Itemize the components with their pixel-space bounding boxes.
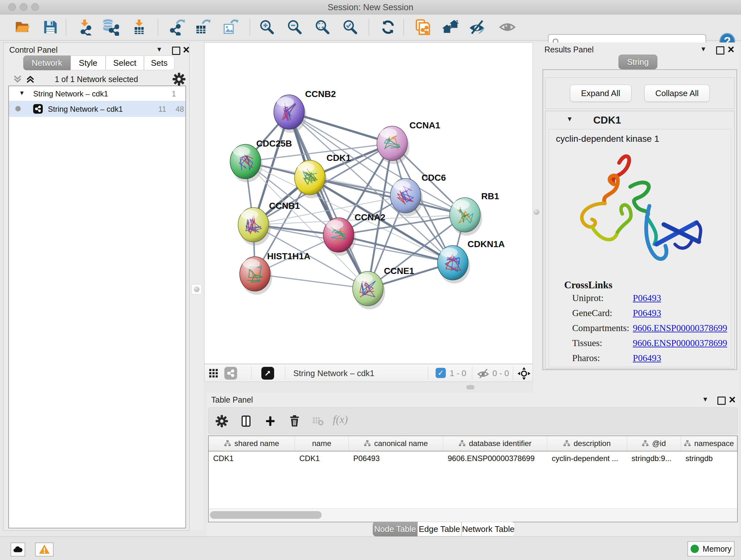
refresh-icon[interactable] [379,18,397,36]
warnings-button[interactable] [35,543,54,557]
table-panel-collapse-icon[interactable]: ▾ [703,395,707,403]
scrollbar-thumb[interactable] [210,511,322,519]
edge-HIST1H1A-CCNE1[interactable] [255,274,368,289]
copy-icon[interactable] [413,18,431,36]
crosslink-link[interactable]: P06493 [633,308,661,318]
tab-network-table[interactable]: Network Table [461,522,515,537]
delete-column-trash-icon[interactable] [286,412,304,430]
crosslink-link[interactable]: P06493 [633,353,661,363]
results-panel-collapse-icon[interactable]: ▾ [701,45,705,53]
table-row[interactable]: CDK1CDK1P064939606.ENSP00000378699cyclin… [209,451,737,466]
hide-selected-eye-slash-icon[interactable] [468,18,486,36]
detach-view-icon[interactable] [261,367,274,380]
network-node-CDC25B[interactable] [230,144,261,179]
zoom-out-icon[interactable] [286,18,304,36]
network-collection-row[interactable]: ▾ String Network – cdk1 1 [9,86,185,101]
column-header-description[interactable]: description [547,436,627,451]
memory-button[interactable]: Memory [687,541,735,557]
results-panel-float-icon[interactable] [716,46,724,55]
crosslink-link[interactable]: 9606.ENSP00000378699 [633,338,727,348]
network-node-CCNB1[interactable] [238,207,269,242]
table-cell[interactable]: CDK1 [209,451,295,466]
network-node-CDK1[interactable] [294,160,325,195]
tab-string[interactable]: String [618,55,657,69]
column-header-shared-name[interactable]: shared name [209,436,295,451]
string-network-graph[interactable]: CCNB2CCNA1CDC25BCDK1CDC6RB1CCNB1CCNA2CDK… [205,43,533,364]
create-column-plus-icon[interactable] [261,412,279,430]
bottom-splitter[interactable] [204,382,533,393]
delete-table-icon[interactable] [309,412,327,430]
column-header-database-identifier[interactable]: database identifier [443,436,547,451]
column-header-namespace[interactable]: namespace [681,436,737,451]
birds-eye-view-icon[interactable] [517,367,531,381]
expand-all-button[interactable]: Expand All [570,84,631,102]
table-cell[interactable]: stringdb:9... [627,451,681,466]
zoom-selected-icon[interactable] [341,18,359,36]
network-node-CCNB2[interactable] [274,95,305,129]
table-options-gear-icon[interactable] [213,412,231,430]
network-row[interactable]: String Network – cdk1 11 48 [9,101,185,117]
network-node-CDKN1A[interactable] [437,246,468,280]
tab-node-table[interactable]: Node Table [373,522,417,537]
column-header-name[interactable]: name [295,436,349,451]
network-options-gear-icon[interactable] [172,72,186,87]
table-cell[interactable]: P06493 [349,451,443,466]
table-horizontal-scrollbar[interactable] [209,508,737,521]
control-panel-float-icon[interactable] [172,47,180,55]
save-session-icon[interactable] [42,18,59,36]
import-table-from-file-icon[interactable] [130,18,148,36]
table-cell[interactable]: cyclin-dependent ... [547,451,627,466]
crosslink-link[interactable]: P06493 [633,293,661,303]
import-network-from-file-icon[interactable] [76,18,93,36]
zoom-in-icon[interactable] [258,18,276,36]
edge-CCNB2-CCNA1[interactable] [289,112,392,143]
control-panel-collapse-icon[interactable]: ▾ [157,45,161,53]
export-network-icon[interactable] [169,18,186,36]
right-splitter-handle[interactable] [534,209,539,215]
tab-style[interactable]: Style [71,56,106,70]
column-header-canonical-name[interactable]: canonical name [349,436,443,451]
network-canvas[interactable]: CCNB2CCNA1CDC25BCDK1CDC6RB1CCNB1CCNA2CDK… [204,43,533,364]
edge-CCNB2-CCNE1[interactable] [289,112,368,289]
table-cell[interactable]: stringdb [681,451,737,466]
show-all-eye-icon[interactable] [498,18,516,36]
network-node-RB1[interactable] [450,198,480,232]
cloud-status-button[interactable] [10,543,25,557]
hidden-eye-slash-icon[interactable] [476,367,490,381]
gene-expand-triangle-icon[interactable]: ▾ [568,115,571,123]
bottom-splitter-handle[interactable] [466,385,475,389]
gene-section-header[interactable]: ▾ CDK1 [545,111,734,129]
zoom-fit-content-icon[interactable] [313,18,331,36]
column-header--id[interactable]: @id [627,436,681,451]
table-panel-close-icon[interactable]: × [729,395,736,404]
import-network-from-database-icon[interactable] [102,18,119,36]
table-cell[interactable]: 9606.ENSP00000378699 [443,451,547,466]
network-node-CDC6[interactable] [390,179,421,213]
tab-sets[interactable]: Sets [144,56,175,70]
export-table-icon[interactable] [194,18,212,36]
network-node-CCNA1[interactable] [377,126,408,161]
left-splitter[interactable] [190,43,204,530]
results-panel-close-icon[interactable]: × [728,45,734,54]
tab-edge-table[interactable]: Edge Table [417,522,461,537]
right-splitter[interactable] [533,43,540,393]
collapse-all-button[interactable]: Collapse All [644,84,710,102]
network-share-view-icon[interactable] [224,367,237,380]
table-panel-float-icon[interactable] [718,396,726,405]
left-splitter-handle[interactable] [192,284,202,294]
control-panel-close-icon[interactable]: × [183,46,190,54]
network-node-CCNE1[interactable] [353,271,383,306]
export-image-icon[interactable] [221,18,239,36]
network-node-HIST1H1A[interactable] [240,257,270,291]
crosslink-link[interactable]: 9606.ENSP00000378699 [633,323,727,333]
show-columns-icon[interactable] [237,412,255,430]
first-neighbors-icon[interactable] [442,18,460,36]
network-node-CCNA2[interactable] [323,218,354,252]
selected-checkbox-icon[interactable]: ✓ [435,368,446,378]
tab-select[interactable]: Select [106,56,144,70]
grid-view-icon[interactable] [206,366,220,380]
collection-expand-triangle-icon[interactable]: ▾ [20,89,23,97]
tab-network[interactable]: Network [23,56,71,70]
table-cell[interactable]: CDK1 [295,451,349,466]
open-folder-icon[interactable] [13,18,31,36]
